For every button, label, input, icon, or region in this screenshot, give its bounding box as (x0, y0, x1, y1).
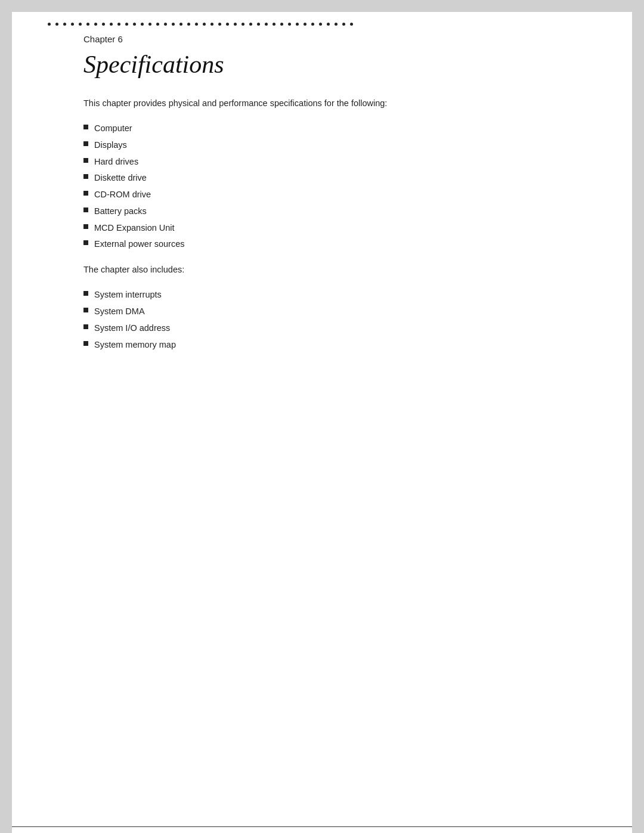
list-item: System memory map (83, 339, 596, 352)
chapter-label: Chapter 6 (83, 34, 596, 44)
bullet-icon (83, 324, 88, 329)
list-item-text: External power sources (94, 238, 185, 251)
list-item-text: System interrupts (94, 289, 162, 302)
bullet-icon (83, 141, 88, 146)
list-item: Displays (83, 139, 596, 152)
main-list: ComputerDisplaysHard drivesDiskette driv… (83, 122, 596, 251)
bullet-icon (83, 208, 88, 212)
bullet-icon (83, 240, 88, 245)
bullet-icon (83, 291, 88, 296)
bullet-icon (83, 191, 88, 196)
list-item-text: Displays (94, 139, 127, 152)
bullet-icon (83, 308, 88, 312)
page: Chapter 6 Specifications This chapter pr… (12, 12, 632, 833)
footer: Specifications 6-1 (12, 826, 632, 833)
bullet-icon (83, 224, 88, 229)
list-item-text: Computer (94, 122, 132, 135)
list-item: MCD Expansion Unit (83, 222, 596, 235)
top-dots-bar (12, 12, 632, 26)
bullet-icon (83, 174, 88, 179)
bullet-icon (83, 125, 88, 129)
list-item-text: CD-ROM drive (94, 188, 151, 202)
list-item-text: MCD Expansion Unit (94, 222, 175, 235)
list-item-text: System I/O address (94, 322, 170, 335)
list-item-text: Diskette drive (94, 172, 147, 185)
secondary-list: System interruptsSystem DMASystem I/O ad… (83, 289, 596, 351)
list-item-text: Hard drives (94, 156, 138, 169)
list-item: Computer (83, 122, 596, 135)
intro-paragraph: This chapter provides physical and perfo… (83, 97, 596, 110)
list-item-text: Battery packs (94, 205, 147, 218)
list-item: CD-ROM drive (83, 188, 596, 202)
list-item-text: System memory map (94, 339, 176, 352)
list-item: Hard drives (83, 156, 596, 169)
content-area: Chapter 6 Specifications This chapter pr… (12, 26, 632, 826)
list-item: System DMA (83, 305, 596, 318)
list-item: Battery packs (83, 205, 596, 218)
list-item: System I/O address (83, 322, 596, 335)
also-includes-text: The chapter also includes: (83, 263, 596, 277)
page-title: Specifications (83, 50, 596, 79)
bullet-icon (83, 341, 88, 346)
bullet-icon (83, 158, 88, 163)
list-item: External power sources (83, 238, 596, 251)
list-item: System interrupts (83, 289, 596, 302)
list-item-text: System DMA (94, 305, 145, 318)
list-item: Diskette drive (83, 172, 596, 185)
